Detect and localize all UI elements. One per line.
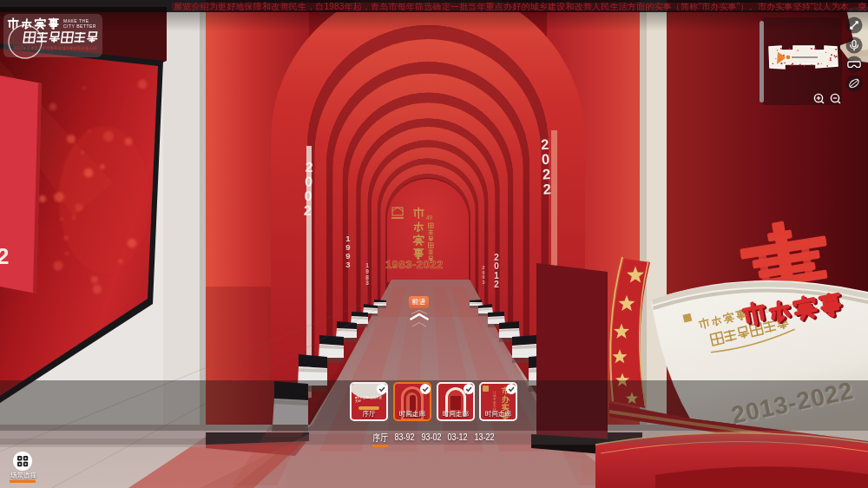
svg-text:0: 0 bbox=[305, 174, 313, 188]
svg-text:2: 2 bbox=[542, 166, 550, 181]
svg-text:2: 2 bbox=[494, 280, 499, 289]
svg-text:1983-2022: 1983-2022 bbox=[385, 258, 444, 271]
svg-text:2: 2 bbox=[494, 253, 499, 262]
svg-text:49: 49 bbox=[426, 214, 433, 221]
svg-text:2: 2 bbox=[541, 136, 549, 152]
svg-text:0: 0 bbox=[304, 188, 312, 203]
svg-text:2: 2 bbox=[542, 181, 551, 196]
svg-text:3: 3 bbox=[345, 260, 350, 269]
svg-text:2: 2 bbox=[0, 243, 9, 269]
svg-text:3: 3 bbox=[482, 280, 484, 285]
svg-text:3: 3 bbox=[365, 280, 369, 286]
svg-text:2: 2 bbox=[305, 160, 313, 175]
svg-text:0: 0 bbox=[542, 151, 550, 167]
svg-text:2: 2 bbox=[304, 203, 312, 218]
svg-text:1: 1 bbox=[494, 271, 499, 280]
svg-text:0: 0 bbox=[494, 261, 499, 271]
